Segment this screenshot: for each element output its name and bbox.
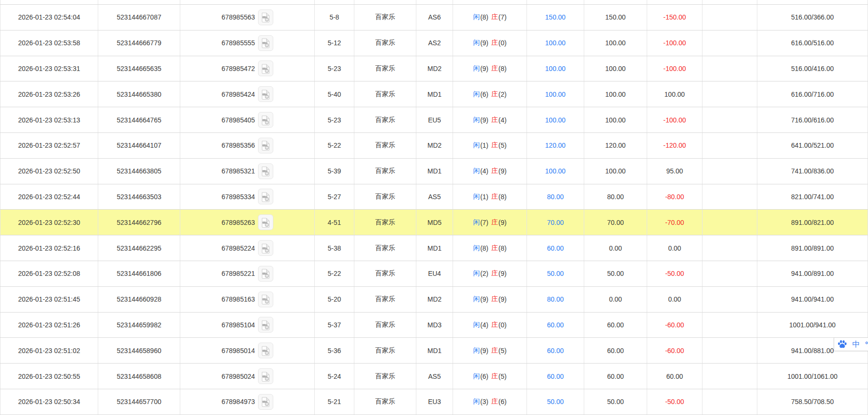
time-value: 2026-01-23 02:52:08 bbox=[18, 270, 80, 277]
video-replay-button[interactable] bbox=[258, 240, 273, 256]
cell-bet-id bbox=[98, 0, 180, 4]
bet-amount-link[interactable]: 70.00 bbox=[547, 219, 564, 226]
bet-amount-link[interactable]: 60.00 bbox=[547, 321, 564, 329]
bet-amount-link[interactable]: 50.00 bbox=[547, 398, 564, 405]
video-replay-button[interactable] bbox=[258, 138, 273, 153]
cell-empty bbox=[703, 338, 757, 363]
win-loss-value: -50.00 bbox=[665, 398, 684, 405]
game-value: 百家乐 bbox=[375, 39, 395, 47]
win-loss-value: 95.00 bbox=[666, 167, 683, 175]
bet-amount-link[interactable]: 80.00 bbox=[547, 295, 564, 303]
game-value: 百家乐 bbox=[375, 244, 395, 253]
bet-amount-link[interactable]: 150.00 bbox=[545, 13, 566, 21]
round-id-value: 678985014 bbox=[221, 347, 255, 354]
time-value: 2026-01-23 02:52:16 bbox=[18, 244, 80, 252]
cell-shoe-round: 5-20 bbox=[315, 287, 354, 312]
valid-value: 50.00 bbox=[607, 398, 624, 405]
bet-amount-link[interactable]: 100.00 bbox=[545, 116, 566, 124]
bet-amount-link[interactable]: 100.00 bbox=[545, 91, 566, 98]
round-id-value: 678985263 bbox=[221, 219, 255, 226]
bet-amount-link[interactable]: 120.00 bbox=[545, 142, 566, 149]
game-value: 百家乐 bbox=[375, 321, 395, 329]
video-replay-button[interactable] bbox=[258, 86, 273, 102]
cell-balance: 1001.00/1061.00 bbox=[757, 364, 868, 389]
result-player-label: 闲 bbox=[473, 141, 480, 150]
video-replay-button[interactable] bbox=[258, 214, 273, 230]
bet-amount-link[interactable]: 60.00 bbox=[547, 244, 564, 252]
result-player-label: 闲 bbox=[473, 321, 480, 329]
bet-amount-link[interactable]: 60.00 bbox=[547, 373, 564, 380]
bet-id-value: 523144663503 bbox=[117, 193, 161, 201]
cell-table-code: MD1 bbox=[416, 81, 453, 107]
result-player-score: (1) bbox=[480, 193, 488, 201]
cell-time: 2026-01-23 02:53:58 bbox=[0, 30, 98, 56]
bet-amount-link[interactable]: 60.00 bbox=[547, 347, 564, 354]
cell-time: 2026-01-23 02:53:13 bbox=[0, 107, 98, 132]
video-replay-button[interactable] bbox=[258, 61, 273, 76]
bet-amount-link[interactable]: 100.00 bbox=[545, 39, 566, 47]
bet-amount-link[interactable]: 50.00 bbox=[547, 270, 564, 277]
video-replay-button[interactable] bbox=[258, 266, 273, 282]
video-replay-button[interactable] bbox=[258, 317, 273, 333]
balance-value: 941.00/941.00 bbox=[791, 295, 834, 303]
cell-table-code: MD2 bbox=[416, 133, 453, 158]
cell-time: 2026-01-23 02:51:02 bbox=[0, 338, 98, 363]
valid-value: 60.00 bbox=[607, 373, 624, 380]
cell-empty bbox=[703, 5, 757, 30]
game-value: 百家乐 bbox=[375, 141, 395, 150]
result-banker-label: 庄 bbox=[491, 397, 498, 406]
shoe-round-value: 5-36 bbox=[328, 347, 341, 354]
cell-winloss: 60.00 bbox=[647, 364, 703, 389]
video-replay-button[interactable] bbox=[258, 163, 273, 179]
cell-bet-id: 523144659982 bbox=[98, 313, 180, 338]
table-code-value: AS5 bbox=[428, 193, 441, 201]
result-player-label: 闲 bbox=[473, 218, 480, 227]
video-file-icon bbox=[261, 115, 270, 125]
result-banker-label: 庄 bbox=[491, 192, 498, 201]
time-value: 2026-01-23 02:53:13 bbox=[18, 116, 80, 124]
cell-result: 闲(1)庄(8) bbox=[453, 184, 527, 210]
bet-amount-link[interactable]: 100.00 bbox=[545, 167, 566, 175]
ime-punctuation-indicator: °, bbox=[865, 341, 868, 348]
cell-bet-id: 523144663805 bbox=[98, 159, 180, 184]
win-loss-value: -50.00 bbox=[665, 270, 684, 277]
shoe-round-value: 5-23 bbox=[328, 116, 341, 124]
cell-shoe-round: 5-40 bbox=[315, 81, 354, 107]
video-replay-button[interactable] bbox=[258, 292, 273, 307]
round-id-value: 678985405 bbox=[221, 116, 255, 124]
cell-shoe-round: 5-12 bbox=[315, 30, 354, 56]
game-value: 百家乐 bbox=[375, 218, 395, 227]
video-replay-button[interactable] bbox=[258, 112, 273, 128]
result-player-label: 闲 bbox=[473, 346, 480, 355]
shoe-round-value: 5-37 bbox=[328, 321, 341, 329]
result-player-score: (8) bbox=[480, 13, 488, 21]
video-replay-button[interactable] bbox=[258, 368, 273, 384]
cell-winloss: 0.00 bbox=[647, 235, 703, 261]
bet-id-value: 523144662295 bbox=[117, 244, 161, 252]
baidu-ime-widget[interactable]: 中 °, bbox=[834, 337, 868, 351]
result-banker-score: (9) bbox=[498, 295, 506, 303]
cell-shoe-round: 5-27 bbox=[315, 184, 354, 210]
video-replay-button[interactable] bbox=[258, 394, 273, 410]
result-banker-score: (8) bbox=[498, 65, 506, 72]
bet-amount-link[interactable]: 100.00 bbox=[545, 65, 566, 72]
video-replay-button[interactable] bbox=[258, 189, 273, 204]
cell-empty bbox=[703, 159, 757, 184]
cell-empty bbox=[703, 56, 757, 81]
cell-bet-id: 523144663503 bbox=[98, 184, 180, 210]
cell-empty bbox=[703, 364, 757, 389]
cell-game: 百家乐 bbox=[354, 5, 416, 30]
time-value: 2026-01-23 02:52:50 bbox=[18, 167, 80, 175]
cell-result: 闲(4)庄(9) bbox=[453, 159, 527, 184]
cell-winloss: 100.00 bbox=[647, 81, 703, 107]
video-replay-button[interactable] bbox=[258, 35, 273, 51]
video-replay-button[interactable] bbox=[258, 10, 273, 25]
valid-value: 50.00 bbox=[607, 270, 624, 277]
table-row: 2026-01-23 02:53:13523144664765678985405… bbox=[0, 107, 868, 133]
cell-result: 闲(9)庄(9) bbox=[453, 287, 527, 312]
video-replay-button[interactable] bbox=[258, 343, 273, 358]
valid-value: 100.00 bbox=[605, 167, 626, 175]
table-row: 2026-01-23 02:52:08523144661806678985221… bbox=[0, 261, 868, 287]
bet-amount-link[interactable]: 80.00 bbox=[547, 193, 564, 201]
table-row: 2026-01-23 02:53:58523144666779678985555… bbox=[0, 30, 868, 56]
